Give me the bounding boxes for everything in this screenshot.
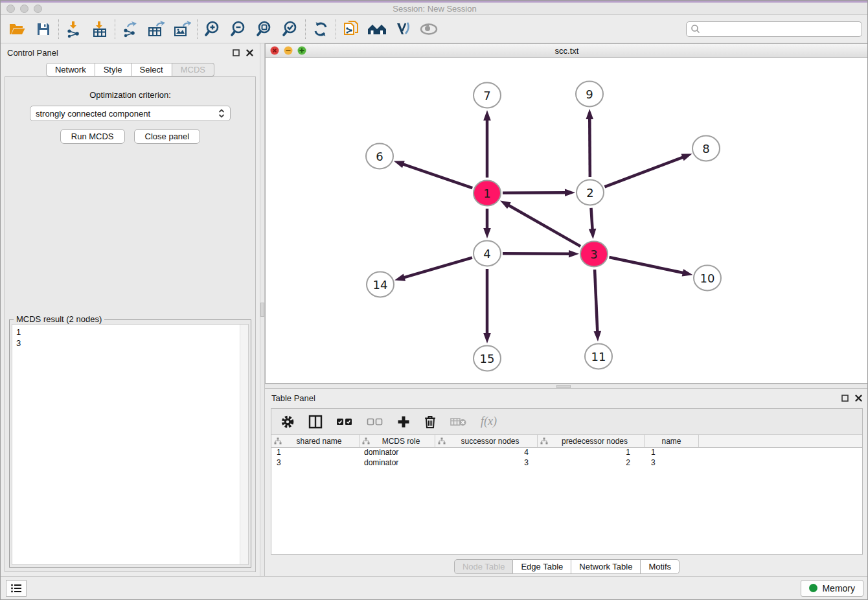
column-header-mcds-role[interactable]: MCDS role — [360, 435, 435, 447]
graph-node-label: 2 — [586, 186, 593, 200]
export-image-icon[interactable] — [169, 18, 195, 40]
split-panel-icon[interactable] — [308, 415, 323, 429]
graph-edge[interactable] — [503, 192, 567, 193]
cell-shared-name[interactable]: 3 — [271, 458, 360, 468]
graph-edge[interactable] — [403, 258, 472, 278]
graph-node-label: 8 — [702, 142, 709, 156]
column-header-predecessor-nodes[interactable]: predecessor nodes — [538, 435, 645, 447]
divider-grip[interactable] — [260, 303, 264, 317]
tab-style[interactable]: Style — [95, 63, 131, 76]
result-scrollbar[interactable] — [240, 325, 248, 564]
deselect-all-columns-icon[interactable] — [367, 417, 383, 426]
graph-node-label: 9 — [586, 87, 593, 101]
zoom-out-icon[interactable] — [225, 18, 251, 40]
delete-columns-icon[interactable] — [424, 415, 437, 429]
graph-edge[interactable] — [402, 164, 472, 189]
tab-edge-table[interactable]: Edge Table — [513, 559, 571, 574]
table-panel: Table Panel — [265, 389, 868, 577]
export-table-icon[interactable] — [143, 18, 169, 40]
table-panel-title: Table Panel — [271, 393, 315, 403]
cell-mcds-role[interactable]: dominator — [360, 448, 435, 458]
memory-status-icon — [809, 584, 817, 592]
settings-gear-icon[interactable] — [280, 415, 295, 429]
home-icon[interactable] — [364, 18, 390, 40]
open-session-icon[interactable] — [5, 18, 30, 40]
edge-arrowhead — [681, 154, 692, 161]
zoom-in-icon[interactable] — [200, 18, 225, 40]
table-row[interactable]: 3 dominator 3 2 3 — [271, 458, 862, 468]
tab-mcds[interactable]: MCDS — [172, 63, 214, 76]
zoom-selected-icon[interactable] — [277, 18, 303, 40]
cell-shared-name[interactable]: 1 — [271, 448, 360, 458]
save-session-icon[interactable] — [30, 18, 56, 40]
cell-name[interactable]: 1 — [645, 448, 699, 458]
graph-node-label: 10 — [700, 271, 715, 285]
network-frame-titlebar[interactable]: scc.txt — [266, 44, 868, 58]
cell-predecessor-nodes[interactable]: 1 — [538, 448, 645, 458]
column-type-icon — [540, 437, 548, 445]
memory-button[interactable]: Memory — [801, 580, 863, 597]
import-network-icon[interactable] — [61, 18, 87, 40]
function-builder-icon[interactable]: f(x) — [481, 415, 497, 428]
graph-edge[interactable] — [595, 270, 597, 333]
mcds-result-box: MCDS result (2 nodes) 1 3 — [9, 319, 251, 568]
control-panel: Control Panel Network Style Select MCDS … — [1, 43, 260, 577]
select-all-columns-icon[interactable] — [336, 417, 353, 426]
network-graph[interactable]: 7968124314101511 — [266, 58, 868, 383]
add-column-icon[interactable] — [397, 415, 410, 428]
criterion-dropdown[interactable]: strongly connected component — [30, 106, 231, 121]
network-view-frame: scc.txt 7968124314101511 — [265, 43, 868, 384]
vizmapper-icon[interactable] — [390, 18, 416, 40]
tab-node-table[interactable]: Node Table — [454, 559, 514, 574]
column-header-shared-name[interactable]: shared name — [271, 435, 360, 447]
graph-edge[interactable] — [604, 157, 684, 187]
toolbar-separator — [197, 19, 198, 39]
tab-network-table[interactable]: Network Table — [571, 559, 641, 574]
tab-select[interactable]: Select — [131, 63, 172, 76]
main-toolbar — [1, 15, 868, 43]
cell-successor-nodes[interactable]: 4 — [435, 448, 538, 458]
close-panel-button[interactable]: Close panel — [134, 129, 201, 144]
column-header-successor-nodes[interactable]: successor nodes — [435, 435, 538, 447]
graph-edge[interactable] — [503, 253, 571, 254]
run-mcds-button[interactable]: Run MCDS — [60, 129, 125, 144]
close-panel-icon[interactable] — [855, 395, 862, 402]
toolbar-separator — [115, 19, 115, 39]
table-row[interactable]: 1 dominator 4 1 1 — [271, 448, 862, 458]
refresh-view-icon[interactable] — [308, 18, 334, 40]
float-panel-icon[interactable] — [233, 49, 240, 56]
column-type-icon — [362, 437, 370, 445]
delete-table-icon[interactable] — [450, 417, 467, 427]
graph-edge[interactable] — [589, 117, 590, 177]
search-input[interactable] — [700, 24, 858, 34]
graph-edge[interactable] — [609, 257, 684, 273]
edge-arrowhead — [500, 200, 511, 209]
zoom-fit-icon[interactable] — [251, 18, 277, 40]
cell-name[interactable]: 3 — [645, 458, 699, 468]
graph-edge[interactable] — [507, 205, 580, 246]
export-network-icon[interactable] — [117, 18, 143, 40]
clone-network-icon[interactable] — [338, 18, 364, 40]
tab-network[interactable]: Network — [46, 63, 95, 76]
mcds-result-text[interactable]: 1 3 — [12, 325, 240, 564]
search-field[interactable] — [686, 21, 862, 37]
cell-mcds-role[interactable]: dominator — [360, 458, 435, 468]
edge-arrowhead — [394, 274, 405, 281]
control-panel-tabs: Network Style Select MCDS — [1, 63, 260, 76]
cell-predecessor-nodes[interactable]: 2 — [538, 458, 645, 468]
horizontal-split-divider[interactable] — [265, 384, 868, 389]
vertical-split-divider[interactable] — [260, 43, 265, 577]
task-history-button[interactable] — [6, 580, 27, 597]
float-panel-icon[interactable] — [841, 395, 849, 402]
network-canvas[interactable]: 7968124314101511 — [266, 58, 868, 383]
close-panel-icon[interactable] — [246, 49, 253, 56]
column-header-name[interactable]: name — [645, 435, 699, 447]
graph-edge[interactable] — [591, 208, 593, 231]
divider-grip[interactable] — [556, 385, 571, 388]
show-details-eye-icon[interactable] — [416, 18, 442, 40]
import-table-icon[interactable] — [87, 18, 113, 40]
window-titlebar: Session: New Session — [1, 1, 868, 15]
cell-successor-nodes[interactable]: 3 — [435, 458, 538, 468]
graph-node-label: 4 — [483, 247, 490, 260]
tab-motifs[interactable]: Motifs — [641, 559, 680, 574]
